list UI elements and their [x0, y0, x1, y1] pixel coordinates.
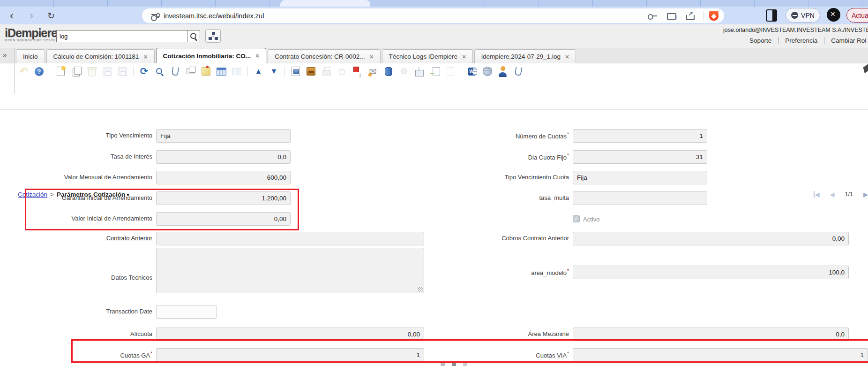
toolbar-separator — [133, 67, 134, 76]
form-row: Activo — [0, 214, 868, 228]
report-icon[interactable] — [290, 65, 301, 78]
field-numero-cuotas[interactable]: 1 — [573, 129, 707, 143]
attachment-alt-icon[interactable] — [513, 65, 524, 78]
field-tipo-vencimiento-cuota[interactable]: Fija — [573, 171, 707, 184]
vpn-button[interactable]: VPN — [786, 8, 820, 23]
archive-icon[interactable] — [306, 65, 317, 78]
toolbar-separator — [461, 67, 461, 76]
cutoff-toolbar-fragment — [463, 363, 467, 366]
field-label-tipo-vencimiento-cuota: Tipo Vencimiento Cuota — [441, 174, 569, 181]
field-label-cuotas-via: Cuotas VIA* — [441, 351, 569, 359]
toggle-grid-icon[interactable] — [216, 65, 227, 78]
save-record-icon[interactable] — [102, 65, 113, 78]
tab-close-icon[interactable]: × — [369, 53, 373, 61]
chat-icon[interactable] — [185, 65, 196, 78]
tab-label: Técnico Logs IDempiere — [389, 53, 457, 60]
refresh-icon[interactable] — [139, 65, 150, 78]
cutoff-toolbar-fragment — [441, 363, 445, 366]
idempiere-logo[interactable]: iDempiere OPEN SOURCE ERP SYSTEM — [5, 27, 59, 42]
field-area-mezanine[interactable]: 0,0 — [573, 328, 849, 341]
brave-shield-icon[interactable] — [709, 11, 718, 21]
field-cobros-contrato-anterior[interactable]: 0,00 — [573, 232, 849, 245]
menu-tree-button[interactable] — [205, 29, 221, 43]
undo-icon[interactable] — [18, 65, 30, 78]
web-services-icon[interactable] — [482, 65, 493, 78]
expand-menu-icon[interactable]: » — [3, 51, 7, 59]
postit-note-icon[interactable] — [201, 65, 212, 78]
preferences-icon[interactable] — [398, 65, 410, 78]
header-link-cambiar-rol[interactable]: Cambiar Rol — [824, 37, 868, 44]
tab-inicio[interactable]: Inicio — [16, 49, 45, 63]
parent-record-icon[interactable] — [253, 65, 264, 78]
header-link-preferencia[interactable]: Preferencia — [778, 37, 824, 44]
copy-record-icon[interactable] — [71, 65, 82, 78]
tab-close-icon[interactable]: × — [255, 52, 259, 60]
toolbar-overflow-icon[interactable] — [863, 64, 868, 73]
browser-update-button[interactable]: Actuali — [846, 8, 868, 23]
form-row: area_modelo* 100,0 — [0, 266, 868, 280]
attachment-icon[interactable] — [170, 65, 181, 78]
send-mail-icon[interactable] — [367, 65, 379, 78]
header-link-soporte[interactable]: Soporte — [743, 37, 778, 44]
field-dia-cuota-fijo[interactable]: 31 — [573, 150, 707, 164]
tab-close-icon[interactable]: × — [143, 53, 147, 61]
site-settings-icon[interactable] — [151, 13, 159, 19]
detail-record-icon[interactable] — [269, 65, 280, 78]
word-report-icon[interactable] — [466, 65, 478, 78]
export-data-icon[interactable] — [414, 65, 425, 78]
toolbar-separator — [284, 67, 285, 76]
field-label-cobros-contrato-anterior: Cobros Contrato Anterior — [441, 235, 569, 242]
browser-forward-icon[interactable] — [24, 7, 38, 24]
activo-label: Activo — [583, 216, 599, 223]
tab-técnico-logs-idempiere[interactable]: Técnico Logs IDempiere× — [382, 49, 473, 63]
profile-avatar-icon[interactable] — [827, 8, 840, 22]
install-app-icon[interactable] — [666, 11, 678, 21]
new-record-icon[interactable] — [55, 65, 67, 78]
tab-label: Cálculo de Comisión: 1001181 — [53, 53, 139, 60]
tab-label: Inicio — [23, 53, 38, 60]
tab-close-icon[interactable]: × — [462, 53, 466, 61]
activo-checkbox[interactable] — [573, 215, 580, 222]
field-area-modelo[interactable]: 100,0 — [573, 266, 849, 279]
cutoff-toolbar-fragment — [452, 363, 456, 366]
field-label-dia-cuota-fijo: Dia Cuota Fijo* — [441, 153, 569, 161]
tab-cotización-inmobiliaria-co-[interactable]: Cotización Inmobiliaria: CO...× — [156, 48, 267, 63]
product-info-icon[interactable] — [383, 65, 394, 78]
address-bar[interactable]: investeam.itsc.ec/webui/index.zul — [142, 8, 724, 23]
logo-subtitle: OPEN SOURCE ERP SYSTEM — [5, 38, 59, 42]
workflow-icon[interactable] — [352, 65, 363, 78]
required-marker: * — [567, 268, 569, 274]
browser-reload-icon[interactable] — [44, 7, 58, 24]
browser-active-tab[interactable] — [280, 0, 370, 7]
global-search-input[interactable]: log — [56, 30, 187, 42]
save-create-icon[interactable] — [117, 65, 128, 78]
browser-tab-strip[interactable] — [0, 0, 868, 7]
history-icon[interactable] — [337, 65, 348, 78]
help-icon[interactable] — [34, 65, 45, 78]
url-text[interactable]: investeam.itsc.ec/webui/index.zul — [164, 12, 640, 20]
tab-idempiere-2024-07-29-1-log[interactable]: idempiere.2024-07-29_1.log× — [474, 49, 576, 63]
browser-back-icon[interactable] — [5, 7, 19, 24]
user-access-icon[interactable] — [497, 65, 509, 78]
window-tabs: InicioCálculo de Comisión: 1001181×Cotiz… — [16, 48, 577, 63]
form-row: Transaction Date — [0, 305, 868, 319]
tab-cálculo-de-comisión-1001181[interactable]: Cálculo de Comisión: 1001181× — [46, 49, 155, 63]
side-panel-icon[interactable] — [766, 9, 777, 22]
find-icon[interactable] — [154, 65, 165, 78]
file-import-icon[interactable] — [429, 65, 441, 78]
field-cuotas-via[interactable]: 1 — [573, 348, 868, 362]
print-icon[interactable] — [321, 65, 332, 78]
tab-contrato-concesión-cr-0002-[interactable]: Contrato Concesión: CR-0002...× — [268, 49, 380, 63]
form-row: tasa_multa — [0, 191, 868, 206]
tab-close-icon[interactable]: × — [565, 53, 569, 61]
password-key-icon[interactable] — [647, 11, 659, 21]
share-icon[interactable] — [684, 11, 696, 21]
search-button[interactable] — [187, 30, 200, 42]
field-tasa-multa[interactable] — [573, 191, 707, 205]
field-transaction-date[interactable] — [156, 305, 217, 319]
form-row: Área Mezanine 0,0 — [0, 328, 868, 342]
export-doc-icon[interactable] — [445, 65, 456, 78]
delete-record-icon[interactable] — [86, 65, 97, 78]
detail-grid-icon[interactable] — [232, 65, 243, 78]
form-row: Número de Cuotas* 1 — [0, 129, 868, 143]
